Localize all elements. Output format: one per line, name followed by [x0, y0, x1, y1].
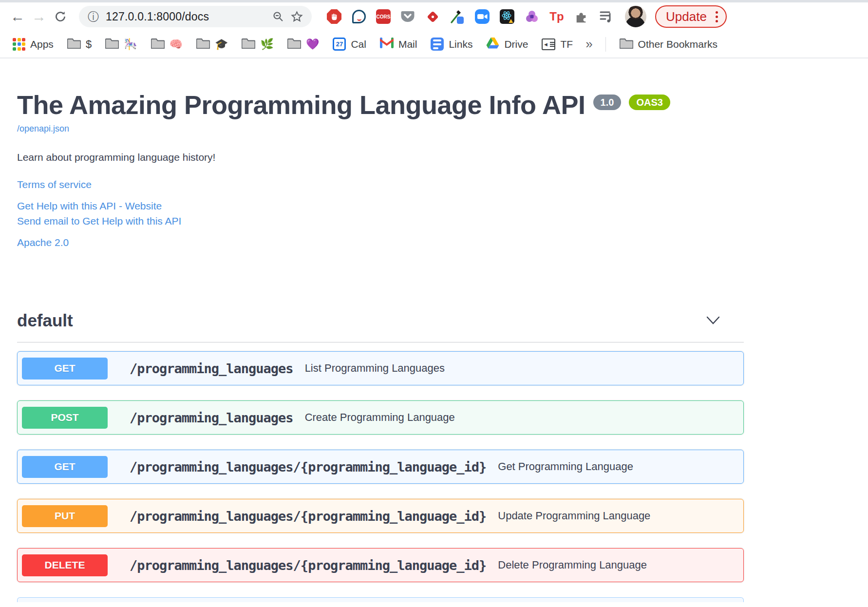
endpoint-summary: List Programming Languages — [305, 362, 445, 375]
tp-extension-icon[interactable]: Tp — [549, 9, 565, 24]
bookmark-label: 🎠 — [124, 38, 137, 51]
swagger-page: The Amazing Programming Language Info AP… — [0, 90, 868, 602]
page-title: The Amazing Programming Language Info AP… — [17, 90, 585, 120]
bookmark-mail[interactable]: Mail — [375, 35, 422, 53]
folder-icon — [196, 38, 210, 51]
endpoint-row[interactable]: PUT /programming_languages/{programming_… — [17, 499, 744, 533]
update-button[interactable]: Update — [655, 5, 727, 28]
endpoint-summary: Create Programming Language — [305, 411, 455, 424]
bookmark-apps[interactable]: Apps — [8, 36, 58, 53]
bookmark-label: Apps — [30, 38, 54, 50]
color-picker-extension-icon[interactable] — [450, 9, 465, 24]
endpoint-path: /programming_languages/{programming_lang… — [130, 558, 486, 573]
bookmark-tf[interactable]: ◄ TF — [537, 36, 578, 53]
endpoint-row[interactable]: POST /programming_languages Create Progr… — [17, 400, 744, 435]
bookmark-folder[interactable]: $ — [62, 35, 96, 54]
folder-bookmarks-group: $ 🎠 🧠 🎓 🌿 — [62, 35, 324, 54]
playlist-extension-icon[interactable] — [599, 9, 614, 24]
section-title: default — [17, 311, 73, 330]
reload-button[interactable] — [50, 6, 71, 27]
cutoff-endpoint-row — [17, 597, 744, 602]
red-diamond-extension-icon[interactable] — [425, 9, 440, 24]
bookmarks-overflow-chevron[interactable]: » — [582, 37, 596, 52]
method-badge: POST — [22, 407, 108, 429]
browser-menu-icon[interactable] — [716, 11, 718, 22]
cors-extension-icon[interactable]: CORS — [376, 9, 391, 24]
bookmark-label: Mail — [398, 38, 417, 50]
endpoint-path: /programming_languages/{programming_lang… — [130, 459, 486, 474]
bookmark-label: 💜 — [306, 38, 319, 51]
folder-icon — [67, 38, 81, 51]
address-bar[interactable]: ⓘ 127.0.0.1:8000/docs — [79, 6, 312, 27]
endpoint-path: /programming_languages — [130, 410, 293, 425]
other-bookmarks[interactable]: Other Bookmarks — [615, 35, 722, 54]
update-button-label: Update — [666, 9, 707, 24]
endpoint-row[interactable]: GET /programming_languages/{programming_… — [17, 450, 744, 484]
bookmark-label: 🧠 — [170, 38, 183, 51]
extensions-row: CORS — [326, 9, 614, 24]
bookmark-folder[interactable]: 🎓 — [191, 35, 233, 54]
bookmark-folder[interactable]: 🌿 — [237, 35, 278, 54]
method-badge: GET — [22, 358, 108, 379]
folder-icon — [287, 38, 301, 51]
folder-icon — [151, 38, 165, 51]
endpoint-summary: Get Programming Language — [498, 460, 633, 473]
stop-hand-extension-icon[interactable] — [326, 9, 342, 24]
folder-icon — [620, 38, 633, 51]
browser-toolbar: ← → ⓘ 127.0.0.1:8000/docs — [0, 2, 868, 31]
profile-avatar[interactable] — [625, 6, 646, 27]
site-info-icon[interactable]: ⓘ — [88, 9, 99, 24]
calendar-icon: 27 — [333, 38, 346, 51]
bookmark-label: 🎓 — [215, 38, 228, 51]
api-description: Learn about programming language history… — [17, 152, 744, 163]
gmail-icon — [380, 38, 394, 51]
chat-bubble-extension-icon[interactable] — [351, 9, 367, 24]
zoom-extension-icon[interactable] — [474, 9, 490, 24]
endpoint-summary: Update Programming Language — [498, 510, 650, 522]
drive-icon — [486, 37, 499, 51]
section-divider — [17, 342, 744, 342]
bookmarks-divider — [605, 37, 606, 52]
newsletter-icon: ◄ — [542, 38, 555, 50]
bookmarks-bar: Apps $ 🎠 🧠 🎓 — [0, 31, 868, 58]
bookmark-label: Drive — [504, 38, 528, 50]
back-button[interactable]: ← — [7, 6, 28, 27]
chevron-down-icon[interactable] — [706, 316, 720, 325]
method-badge: GET — [22, 456, 108, 478]
title-row: The Amazing Programming Language Info AP… — [17, 90, 744, 120]
bookmark-folder[interactable]: 🎠 — [100, 35, 142, 54]
pocket-extension-icon[interactable] — [400, 9, 415, 24]
endpoint-path: /programming_languages/{programming_lang… — [130, 509, 486, 524]
url-text[interactable]: 127.0.0.1:8000/docs — [106, 10, 209, 23]
zoom-out-icon[interactable] — [272, 11, 284, 22]
bookmark-star-icon[interactable] — [291, 11, 303, 23]
bookmark-label: Other Bookmarks — [638, 38, 717, 50]
endpoint-row[interactable]: DELETE /programming_languages/{programmi… — [17, 548, 744, 582]
puzzle-extension-icon[interactable] — [574, 9, 589, 24]
openapi-spec-link[interactable]: /openapi.json — [17, 124, 69, 134]
endpoint-summary: Delete Programming Language — [498, 559, 647, 571]
terms-of-service-link[interactable]: Terms of service — [17, 179, 744, 190]
bookmark-label: $ — [86, 38, 92, 51]
bookmark-folder[interactable]: 💜 — [283, 35, 324, 54]
reload-icon — [54, 10, 67, 23]
bookmark-links[interactable]: Links — [426, 35, 477, 53]
bookmark-drive[interactable]: Drive — [481, 35, 533, 54]
help-website-link[interactable]: Get Help with this API - Website — [17, 200, 744, 212]
bookmark-label: Cal — [351, 38, 366, 50]
purple-flower-extension-icon[interactable] — [524, 9, 540, 24]
method-badge: DELETE — [22, 554, 108, 576]
bookmark-folder[interactable]: 🧠 — [146, 35, 188, 54]
folder-icon — [242, 38, 255, 51]
bookmark-calendar[interactable]: 27 Cal — [328, 35, 371, 53]
license-link[interactable]: Apache 2.0 — [17, 237, 744, 248]
help-email-link[interactable]: Send email to Get Help with this API — [17, 215, 744, 227]
version-badge: 1.0 — [593, 95, 622, 110]
forward-button[interactable]: → — [28, 6, 50, 27]
react-devtools-extension-icon[interactable] — [499, 9, 515, 24]
endpoint-path: /programming_languages — [130, 361, 293, 376]
oas3-badge: OAS3 — [629, 95, 670, 110]
endpoint-row[interactable]: GET /programming_languages List Programm… — [17, 351, 744, 385]
bookmark-label: TF — [560, 38, 573, 50]
section-header[interactable]: default — [17, 311, 744, 330]
